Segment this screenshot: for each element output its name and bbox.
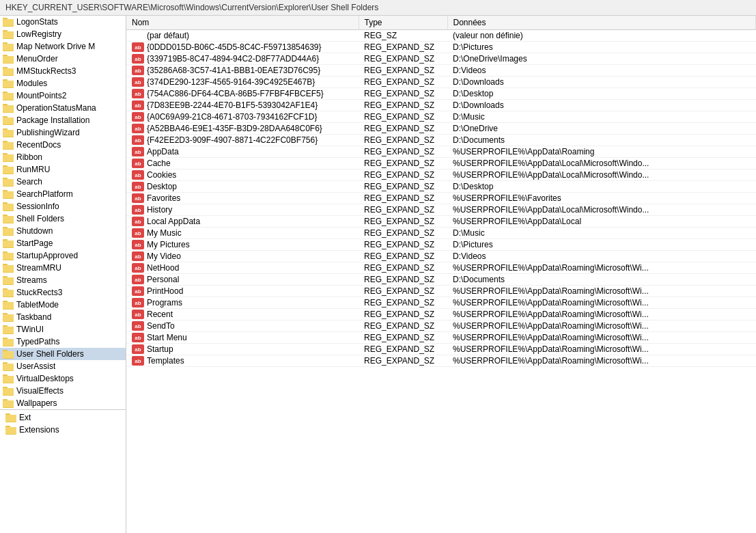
sidebar-item-logonstats[interactable]: LogonStats [0,16,126,28]
sidebar-item-ribbon[interactable]: Ribbon [0,151,126,163]
sidebar-item-virtualdesktops[interactable]: VirtualDesktops [0,372,126,385]
table-row[interactable]: ab{A0C69A99-21C8-4671-8703-7934162FCF1D}… [126,111,756,123]
table-row[interactable]: ab{339719B5-8C47-4894-94C2-D8F77ADD44A6}… [126,53,756,65]
sidebar-item-streams[interactable]: Streams [0,274,126,286]
svg-rect-83 [3,351,14,358]
table-row[interactable]: abMy PicturesREG_EXPAND_SZD:\Pictures [126,239,756,251]
folder-icon [3,189,14,199]
row-name-text: {35286A68-3C57-41A1-BBB1-0EAE73D76C95} [147,66,320,75]
table-row[interactable]: abSendToREG_EXPAND_SZ%USERPROFILE%\AppDa… [126,320,756,332]
sidebar-item-tabletmode[interactable]: TabletMode [0,299,126,311]
sidebar-item-search[interactable]: Search [0,176,126,188]
sidebar-item-sessioninfo[interactable]: SessionInfo [0,200,126,213]
sidebar-item-runmru[interactable]: RunMRU [0,163,126,176]
row-name: abTemplates [126,355,359,367]
table-row[interactable]: abTemplatesREG_EXPAND_SZ%USERPROFILE%\Ap… [126,355,756,367]
sidebar-item-mountpoints2[interactable]: MountPoints2 [0,90,126,102]
table-row[interactable]: abAppDataREG_EXPAND_SZ%USERPROFILE%\AppD… [126,146,756,158]
sidebar-item-typedpaths[interactable]: TypedPaths [0,336,126,348]
sidebar-bottom-item-ext[interactable]: Ext [3,411,123,424]
row-name: abHistory [126,204,359,216]
sidebar-item-startpage[interactable]: StartPage [0,237,126,249]
row-name-text: Startup [147,344,173,354]
sidebar-item-stuckrects3[interactable]: StuckRects3 [0,286,126,299]
sidebar-item-package-installation[interactable]: Package Installation [0,114,126,126]
table-row[interactable]: abLocal AppDataREG_EXPAND_SZ%USERPROFILE… [126,216,756,228]
table-row[interactable]: ab{0DDD015D-B06C-45D5-8C4C-F59713854639}… [126,42,756,53]
row-data: D:\OneDrive [447,123,756,135]
sidebar-item-shutdown[interactable]: Shutdown [0,225,126,237]
row-name-text: {374DE290-123F-4565-9164-39C4925E467B} [147,77,315,87]
sidebar-item-recentdocs[interactable]: RecentDocs [0,139,126,151]
table-row[interactable]: abDesktopREG_EXPAND_SZD:\Desktop [126,181,756,193]
col-type-header[interactable]: Type [359,16,447,30]
table-row[interactable]: abRecentREG_EXPAND_SZ%USERPROFILE%\AppDa… [126,309,756,320]
reg-ab-icon: ab [132,344,144,354]
row-name-text: {F42EE2D3-909F-4907-8871-4C22FC0BF756} [147,135,318,145]
table-row[interactable]: abStart MenuREG_EXPAND_SZ%USERPROFILE%\A… [126,332,756,344]
sidebar-item-streammru[interactable]: StreamMRU [0,262,126,274]
sidebar-item-wallpapers[interactable]: Wallpapers [0,397,126,409]
table-row[interactable]: ab{754AC886-DF64-4CBA-86B5-F7FBF4FBCEF5}… [126,88,756,100]
row-name-text: Local AppData [147,217,200,226]
sidebar-item-publishingwizard[interactable]: PublishingWizard [0,126,126,139]
reg-ab-icon: ab [132,100,144,110]
row-name-text: My Music [147,228,182,238]
sidebar-item-startupapproved[interactable]: StartupApproved [0,249,126,262]
folder-icon [3,128,14,137]
col-data-header[interactable]: Données [447,16,756,30]
sidebar-item-user-shell-folders[interactable]: User Shell Folders [0,348,126,360]
col-nom-header[interactable]: Nom [126,16,359,30]
sidebar-item-lowregistry[interactable]: LowRegistry [0,28,126,40]
table-row[interactable]: abHistoryREG_EXPAND_SZ%USERPROFILE%\AppD… [126,204,756,216]
table-row[interactable]: abMy MusicREG_EXPAND_SZD:\Music [126,228,756,239]
table-row[interactable]: (par défaut)REG_SZ(valeur non définie) [126,30,756,42]
row-data: D:\Pictures [447,42,756,53]
sidebar-item-operationstatusmana[interactable]: OperationStatusMana [0,102,126,114]
table-row[interactable]: abFavoritesREG_EXPAND_SZ%USERPROFILE%\Fa… [126,193,756,204]
table-row[interactable]: abNetHoodREG_EXPAND_SZ%USERPROFILE%\AppD… [126,262,756,274]
row-name: ab{339719B5-8C47-4894-94C2-D8F77ADD44A6} [126,53,359,65]
svg-rect-26 [3,118,14,124]
row-name: abFavorites [126,193,359,204]
folder-icon [3,214,14,223]
table-row[interactable]: abCookiesREG_EXPAND_SZ%USERPROFILE%\AppD… [126,169,756,181]
table-row[interactable]: ab{374DE290-123F-4565-9164-39C4925E467B}… [126,77,756,88]
table-row[interactable]: abPrintHoodREG_EXPAND_SZ%USERPROFILE%\Ap… [126,286,756,297]
row-name-text: (par défaut) [132,31,189,40]
sidebar-label: User Shell Folders [16,349,84,359]
sidebar-label: TypedPaths [16,337,59,346]
sidebar-item-mmstuckrects3[interactable]: MMStuckRects3 [0,65,126,77]
sidebar-item-shell-folders[interactable]: Shell Folders [0,213,126,225]
svg-rect-44 [3,191,14,198]
table-row[interactable]: abPersonalREG_EXPAND_SZD:\Documents [126,274,756,286]
table-row[interactable]: abMy VideoREG_EXPAND_SZD:Videos [126,251,756,262]
table-row[interactable]: abCacheREG_EXPAND_SZ%USERPROFILE%\AppDat… [126,158,756,169]
sidebar-item-menuorder[interactable]: MenuOrder [0,53,126,65]
sidebar-list: LogonStats LowRegistry Map Network Drive… [0,16,126,409]
sidebar-item-searchplatform[interactable]: SearchPlatform [0,188,126,200]
sidebar-item-twinui[interactable]: TWinUI [0,323,126,336]
sidebar-item-map-network-drive-m[interactable]: Map Network Drive M [0,40,126,53]
sidebar-bottom-item-extensions[interactable]: Extensions [3,424,123,436]
sidebar-item-taskband[interactable]: Taskband [0,311,126,323]
sidebar-label: OperationStatusMana [16,103,96,113]
table-row[interactable]: abStartupREG_EXPAND_SZ%USERPROFILE%\AppD… [126,344,756,355]
row-type: REG_EXPAND_SZ [359,332,447,344]
svg-rect-35 [3,154,14,161]
row-data: %USERPROFILE%\AppData\Roaming\Microsoft\… [447,286,756,297]
sidebar-item-modules[interactable]: Modules [0,77,126,90]
row-type: REG_EXPAND_SZ [359,228,447,239]
row-name: ab{754AC886-DF64-4CBA-86B5-F7FBF4FBCEF5} [126,88,359,100]
sidebar-item-userassist[interactable]: UserAssist [0,360,126,372]
table-row[interactable]: ab{35286A68-3C57-41A1-BBB1-0EAE73D76C95}… [126,65,756,77]
row-name-text: NetHood [147,263,179,273]
table-row[interactable]: ab{7D83EE9B-2244-4E70-B1F5-5393042AF1E4}… [126,100,756,111]
svg-rect-2 [3,19,14,26]
table-row[interactable]: ab{F42EE2D3-909F-4907-8871-4C22FC0BF756}… [126,135,756,146]
table-body: (par défaut)REG_SZ(valeur non définie)ab… [126,30,756,367]
row-data: D:\Pictures [447,239,756,251]
table-row[interactable]: abProgramsREG_EXPAND_SZ%USERPROFILE%\App… [126,297,756,309]
sidebar-item-visualeffects[interactable]: VisualEffects [0,385,126,397]
table-row[interactable]: ab{A52BBA46-E9E1-435F-B3D9-28DAA648C0F6}… [126,123,756,135]
